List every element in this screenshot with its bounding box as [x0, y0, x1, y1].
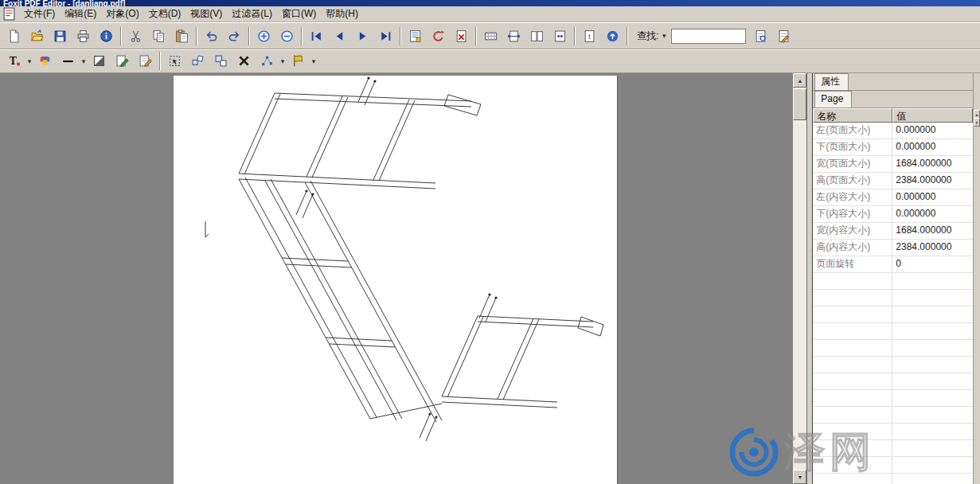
rotate-object-button[interactable]: [186, 51, 209, 71]
menu-item-object[interactable]: 对象(O): [101, 6, 143, 21]
menu-item-window[interactable]: 窗口(W): [277, 6, 321, 21]
properties-panel: 属性 Page 名称 值 左(页面大小)0.000000下(页面大小)0.000…: [812, 73, 973, 484]
redo-button[interactable]: [223, 26, 246, 46]
zoom-out-button[interactable]: [275, 26, 299, 46]
fit-page-button[interactable]: [549, 26, 572, 46]
scroll-track[interactable]: [793, 88, 806, 470]
menu-item-filter[interactable]: 过滤器(L): [227, 6, 277, 21]
property-row[interactable]: 高(页面大小)2384.000000: [813, 173, 973, 189]
property-row[interactable]: 下(内容大小)0.000000: [813, 206, 973, 223]
cut-icon: [129, 29, 143, 43]
menu-item-edit[interactable]: 编辑(E): [60, 6, 101, 21]
column-header-name[interactable]: 名称: [813, 108, 892, 123]
document-canvas[interactable]: [0, 73, 793, 484]
zoom-in-button[interactable]: [252, 26, 275, 46]
property-value[interactable]: 2384.000000: [892, 173, 973, 189]
last-page-button[interactable]: [374, 26, 397, 46]
save-file-button[interactable]: [49, 26, 72, 46]
property-value: [892, 306, 973, 322]
property-name: [813, 474, 892, 484]
property-value: [892, 474, 973, 484]
node-edit-dropdown-arrow[interactable]: ▾: [279, 57, 287, 65]
main-toolbar: t查找:▾: [0, 22, 980, 49]
find-edit-button[interactable]: [772, 26, 795, 46]
color-wheel-button[interactable]: [33, 51, 57, 71]
find-dropdown-arrow[interactable]: ▾: [660, 32, 668, 40]
find-input[interactable]: [671, 29, 746, 44]
print-button[interactable]: [72, 26, 95, 46]
scale-object-button[interactable]: [209, 51, 232, 71]
rotate-page-icon: [431, 29, 445, 43]
text-tool-button[interactable]: T: [2, 51, 25, 71]
cut-button[interactable]: [124, 26, 147, 46]
rotate-page-button[interactable]: [427, 26, 450, 46]
select-tool-button[interactable]: [163, 51, 186, 71]
property-value[interactable]: 2384.000000: [892, 240, 973, 256]
menu-items: 文件(F)编辑(E)对象(O)文档(D)视图(V)过滤器(L)窗口(W)帮助(H…: [19, 6, 363, 21]
next-page-button[interactable]: [351, 26, 374, 46]
property-name: [813, 440, 892, 456]
delete-object-button[interactable]: [232, 51, 256, 71]
fit-width-icon: [507, 29, 521, 43]
copy-button[interactable]: [147, 26, 170, 46]
toolbar-separator: [120, 27, 122, 45]
property-row[interactable]: 宽(内容大小)1684.000000: [813, 223, 973, 240]
panel-scrollbar[interactable]: ▲ ▼: [973, 73, 980, 484]
paste-button[interactable]: [170, 26, 193, 46]
delete-page-button[interactable]: [450, 26, 473, 46]
new-document-icon: [7, 29, 21, 43]
node-edit-button[interactable]: [256, 51, 279, 71]
prev-page-button[interactable]: [328, 26, 351, 46]
two-page-view-button[interactable]: [525, 26, 549, 46]
new-document-button[interactable]: [2, 26, 25, 46]
paint-format-button[interactable]: [287, 51, 310, 71]
vertical-scrollbar[interactable]: ▲ ▼: [793, 73, 806, 484]
edit-form-button[interactable]: [134, 51, 157, 71]
first-page-button[interactable]: [305, 26, 328, 46]
property-value[interactable]: 0.000000: [892, 123, 973, 139]
property-row[interactable]: 宽(页面大小)1684.000000: [813, 156, 973, 173]
property-value[interactable]: 0.000000: [892, 189, 973, 205]
line-tool-dropdown-arrow[interactable]: ▾: [80, 57, 88, 65]
menu-item-document[interactable]: 文档(D): [144, 6, 186, 21]
line-tool-button[interactable]: [57, 51, 80, 71]
property-row[interactable]: 页面旋转0: [813, 256, 973, 273]
undo-button[interactable]: [200, 26, 223, 46]
fill-style-button[interactable]: [88, 51, 111, 71]
property-row[interactable]: 高(内容大小)2384.000000: [813, 240, 973, 256]
property-row-empty: [813, 290, 973, 306]
menu-item-help[interactable]: 帮助(H): [321, 6, 363, 21]
properties-tab[interactable]: 属性: [814, 73, 849, 90]
paint-format-dropdown-arrow[interactable]: ▾: [310, 57, 318, 65]
fit-width-button[interactable]: [502, 26, 525, 46]
grid-hatch-button[interactable]: [479, 26, 502, 46]
edit-content-button[interactable]: [111, 51, 134, 71]
column-header-value[interactable]: 值: [892, 108, 973, 123]
find-doc-button[interactable]: [749, 26, 772, 46]
scroll-thumb[interactable]: [793, 88, 806, 120]
about-info-button[interactable]: [95, 26, 118, 46]
property-row[interactable]: 左(内容大小)0.000000: [813, 189, 973, 206]
property-value[interactable]: 0.000000: [892, 206, 973, 222]
property-value[interactable]: 0.000000: [892, 139, 973, 155]
text-extract-button[interactable]: t: [578, 26, 601, 46]
scroll-up-button[interactable]: ▲: [793, 73, 806, 88]
page-tab[interactable]: Page: [814, 91, 852, 107]
open-file-button[interactable]: [25, 26, 49, 46]
property-row[interactable]: 左(页面大小)0.000000: [813, 123, 973, 139]
text-tool-dropdown-arrow[interactable]: ▾: [25, 57, 33, 65]
property-value[interactable]: 1684.000000: [892, 223, 973, 239]
scroll-down-button[interactable]: ▼: [793, 470, 806, 484]
property-row-empty: [813, 323, 973, 340]
menu-item-view[interactable]: 视图(V): [185, 6, 227, 21]
menu-item-file[interactable]: 文件(F): [19, 6, 60, 21]
panel-scroll-down-button[interactable]: ▼: [974, 118, 980, 127]
panel-splitter[interactable]: [806, 73, 812, 484]
pdf-page[interactable]: [174, 76, 618, 484]
goto-circle-button[interactable]: [601, 26, 624, 46]
property-row[interactable]: 下(页面大小)0.000000: [813, 139, 973, 156]
property-value[interactable]: 1684.000000: [892, 156, 973, 172]
page-report-button[interactable]: [404, 26, 427, 46]
delete-page-icon: [455, 29, 468, 43]
property-value[interactable]: 0: [892, 256, 973, 272]
